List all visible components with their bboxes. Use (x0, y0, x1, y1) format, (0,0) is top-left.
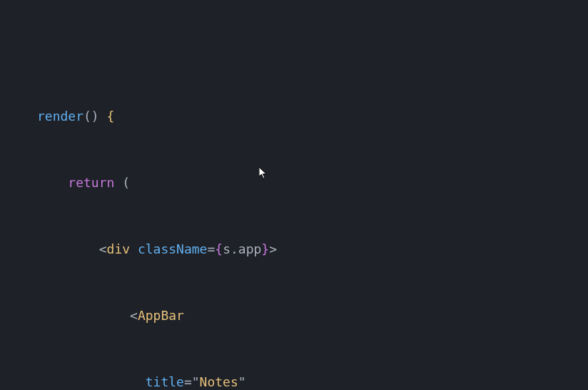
tag-open: < (130, 308, 138, 323)
code-line[interactable]: return ( (37, 171, 588, 194)
equals: = (184, 374, 192, 389)
parens: () (83, 109, 99, 124)
tag-open: < (99, 241, 107, 256)
keyword-return: return (68, 175, 114, 190)
tag-close: > (269, 241, 277, 256)
paren-open: ( (122, 175, 130, 190)
dot: . (230, 241, 238, 256)
method-name: render (37, 109, 83, 124)
attr-className: className (138, 241, 208, 256)
code-line[interactable]: title="Notes" (37, 371, 588, 390)
tag-AppBar: AppBar (138, 308, 184, 323)
tag-div: div (107, 241, 131, 256)
ident-app: app (238, 241, 262, 256)
js-brace-close: } (261, 241, 269, 256)
attr-title: title (146, 374, 184, 389)
space (114, 175, 122, 190)
space (99, 109, 107, 124)
code-line[interactable]: render() { (37, 105, 588, 127)
js-brace-open: { (215, 241, 223, 256)
code-line[interactable]: <AppBar (37, 304, 588, 326)
space (130, 241, 138, 256)
quote: " (238, 374, 246, 389)
code-line[interactable]: <div className={s.app}> (37, 238, 588, 260)
ident-s: s (223, 241, 230, 256)
quote: " (192, 374, 200, 389)
equals: = (207, 241, 215, 256)
code-editor[interactable]: render() { return ( <div className={s.ap… (0, 0, 588, 390)
string-Notes: Notes (200, 374, 238, 389)
brace-open: { (107, 109, 115, 124)
